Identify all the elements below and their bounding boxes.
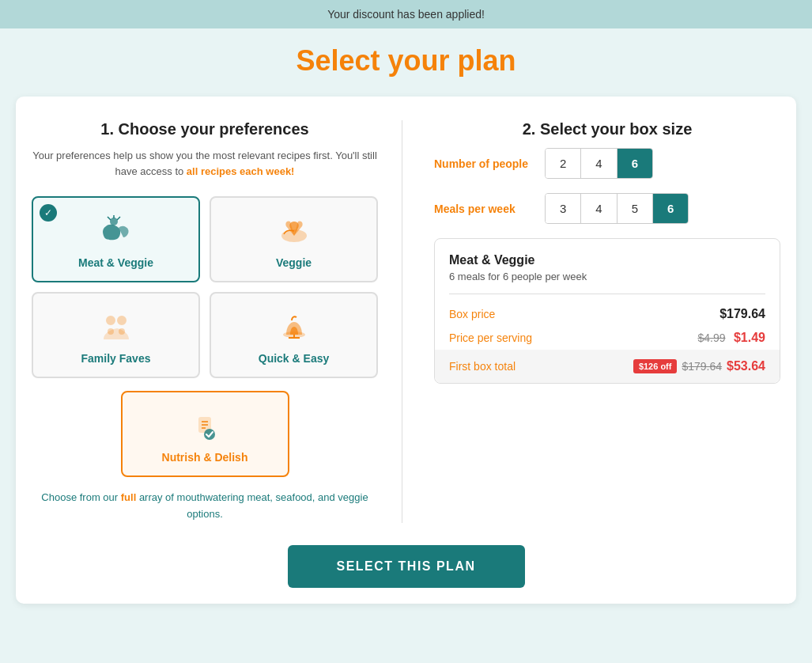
- main-card: 1. Choose your preferences Your preferen…: [16, 97, 796, 604]
- discount-banner: Your discount has been applied!: [0, 0, 812, 28]
- people-label: Number of people: [434, 157, 537, 170]
- preference-family-faves[interactable]: Family Faves: [32, 292, 200, 378]
- meat-veggie-icon: [96, 214, 136, 249]
- preferences-title: 1. Choose your preferences: [32, 120, 378, 138]
- preference-nutrish-delish[interactable]: Nutrish & Delish: [121, 391, 289, 477]
- preference-veggie[interactable]: Veggie: [210, 196, 378, 282]
- meals-5-button[interactable]: 5: [617, 194, 653, 223]
- people-2-button[interactable]: 2: [546, 149, 581, 178]
- svg-point-2: [107, 316, 115, 324]
- svg-point-0: [110, 218, 118, 225]
- preferences-section: 1. Choose your preferences Your preferen…: [32, 120, 402, 523]
- meals-selector: 3 4 5 6: [545, 193, 689, 224]
- off-badge: $126 off: [633, 359, 678, 373]
- people-selector-row: Number of people 2 4 6: [434, 148, 780, 179]
- price-box-subtitle: 6 meals for 6 people per week: [449, 271, 765, 282]
- per-serving-prices: $4.99 $1.49: [697, 331, 765, 345]
- nutrish-delish-icon: [185, 408, 225, 444]
- family-faves-label: Family Faves: [81, 352, 151, 365]
- meat-veggie-label: Meat & Veggie: [78, 256, 153, 269]
- meals-3-button[interactable]: 3: [546, 194, 581, 223]
- price-divider: [449, 294, 765, 294]
- bottom-text: Choose from our full array of mouthwater…: [32, 490, 378, 523]
- veggie-icon: [274, 214, 314, 249]
- check-icon: ✓: [40, 204, 57, 222]
- quick-easy-label: Quick & Easy: [259, 352, 330, 365]
- price-box-title: Meat & Veggie: [449, 253, 765, 267]
- meals-selector-row: Meals per week 3 4 5 6: [434, 193, 780, 224]
- box-price-amount: $179.64: [719, 307, 765, 321]
- per-serving-original: $4.99: [697, 332, 725, 344]
- box-size-section: 2. Select your box size Number of people…: [402, 120, 780, 523]
- per-serving-discounted: $1.49: [734, 331, 765, 344]
- family-faves-icon: [96, 309, 136, 345]
- single-card: Nutrish & Delish: [32, 391, 378, 477]
- quick-easy-icon: [274, 309, 314, 345]
- preference-grid: ✓ Meat & Veggie: [32, 196, 378, 378]
- box-size-title: 2. Select your box size: [434, 120, 780, 138]
- page-title: Select your plan: [0, 28, 812, 97]
- first-box-label: First box total: [449, 360, 516, 373]
- bottom-text-highlight: full: [121, 491, 137, 503]
- box-price-label: Box price: [449, 308, 495, 320]
- people-selector: 2 4 6: [545, 148, 653, 179]
- svg-point-3: [118, 316, 126, 324]
- per-serving-row: Price per serving $4.99 $1.49: [449, 326, 765, 350]
- people-6-button[interactable]: 6: [617, 149, 652, 178]
- box-price-row: Box price $179.64: [449, 302, 765, 326]
- meals-6-button[interactable]: 6: [653, 194, 688, 223]
- select-plan-button[interactable]: SELECT THIS PLAN: [288, 545, 525, 588]
- meals-4-button[interactable]: 4: [581, 194, 617, 223]
- first-box-prices: $126 off $179.64 $53.64: [633, 359, 765, 373]
- first-box-original: $179.64: [682, 360, 722, 373]
- people-4-button[interactable]: 4: [581, 149, 617, 178]
- per-serving-label: Price per serving: [449, 332, 532, 344]
- nutrish-delish-label: Nutrish & Delish: [162, 451, 248, 464]
- first-box-row: First box total $126 off $179.64 $53.64: [435, 350, 780, 383]
- meals-label: Meals per week: [434, 203, 537, 215]
- preference-meat-veggie[interactable]: ✓ Meat & Veggie: [32, 196, 200, 282]
- preferences-subtitle: Your preferences help us show you the mo…: [32, 148, 378, 179]
- preference-quick-easy[interactable]: Quick & Easy: [210, 292, 378, 378]
- veggie-label: Veggie: [276, 256, 312, 269]
- price-box: Meat & Veggie 6 meals for 6 people per w…: [434, 238, 780, 384]
- subtitle-highlight: all recipes each week!: [187, 165, 295, 177]
- first-box-discounted: $53.64: [727, 359, 765, 373]
